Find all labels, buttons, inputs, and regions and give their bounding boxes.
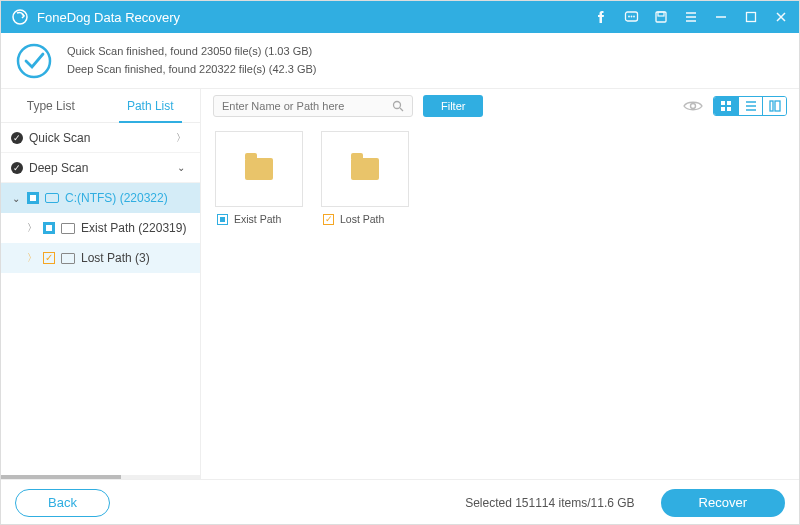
folder-icon bbox=[351, 158, 379, 180]
maximize-icon[interactable] bbox=[743, 9, 759, 25]
tree-label: Lost Path (3) bbox=[81, 251, 150, 265]
tree-exist-path[interactable]: 〉 Exist Path (220319) bbox=[1, 213, 200, 243]
svg-rect-14 bbox=[727, 107, 731, 111]
tree-label: Quick Scan bbox=[29, 131, 90, 145]
search-icon bbox=[392, 100, 404, 112]
app-title: FoneDog Data Recovery bbox=[37, 10, 593, 25]
item-grid: Exist Path Lost Path bbox=[201, 123, 799, 479]
close-icon[interactable] bbox=[773, 9, 789, 25]
view-list-icon[interactable] bbox=[738, 97, 762, 115]
view-detail-icon[interactable] bbox=[762, 97, 786, 115]
filter-button[interactable]: Filter bbox=[423, 95, 483, 117]
svg-rect-11 bbox=[721, 101, 725, 105]
svg-rect-13 bbox=[721, 107, 725, 111]
folder-icon bbox=[245, 158, 273, 180]
chevron-down-icon: ⌄ bbox=[11, 193, 21, 204]
svg-point-10 bbox=[691, 104, 696, 109]
checkbox-icon[interactable] bbox=[43, 252, 55, 264]
minimize-icon[interactable] bbox=[713, 9, 729, 25]
titlebar: FoneDog Data Recovery bbox=[1, 1, 799, 33]
chevron-down-icon: ⌄ bbox=[176, 162, 186, 173]
disk-icon bbox=[45, 193, 59, 203]
tree-lost-path[interactable]: 〉 Lost Path (3) bbox=[1, 243, 200, 273]
view-mode-segment bbox=[713, 96, 787, 116]
chevron-right-icon: 〉 bbox=[176, 131, 186, 145]
tree-deep-scan[interactable]: ✓Deep Scan ⌄ bbox=[1, 153, 200, 183]
selection-summary: Selected 151114 items/11.6 GB bbox=[465, 496, 634, 510]
recover-button[interactable]: Recover bbox=[661, 489, 785, 517]
path-tree: ✓Quick Scan 〉 ✓Deep Scan ⌄ ⌄ C:(NTFS) (2… bbox=[1, 123, 200, 475]
item-label: Lost Path bbox=[340, 213, 384, 225]
status-quick-scan: Quick Scan finished, found 23050 file(s)… bbox=[67, 43, 316, 61]
toolbar: Filter bbox=[201, 89, 799, 123]
svg-rect-16 bbox=[775, 101, 780, 111]
svg-point-4 bbox=[633, 15, 635, 17]
preview-eye-icon[interactable] bbox=[683, 99, 703, 113]
svg-rect-12 bbox=[727, 101, 731, 105]
folder-item-lost[interactable]: Lost Path bbox=[321, 131, 409, 225]
item-label: Exist Path bbox=[234, 213, 281, 225]
tree-label: Deep Scan bbox=[29, 161, 88, 175]
search-field[interactable] bbox=[222, 100, 392, 112]
tab-path-list[interactable]: Path List bbox=[101, 89, 201, 122]
tree-drive[interactable]: ⌄ C:(NTFS) (220322) bbox=[1, 183, 200, 213]
back-button[interactable]: Back bbox=[15, 489, 110, 517]
chevron-right-icon: 〉 bbox=[27, 251, 37, 265]
folder-icon bbox=[61, 253, 75, 264]
svg-point-8 bbox=[18, 45, 50, 77]
item-checkbox[interactable] bbox=[217, 214, 228, 225]
folder-thumb bbox=[321, 131, 409, 207]
check-dot-icon: ✓ bbox=[11, 132, 23, 144]
tree-quick-scan[interactable]: ✓Quick Scan 〉 bbox=[1, 123, 200, 153]
checkbox-icon[interactable] bbox=[43, 222, 55, 234]
folder-icon bbox=[61, 223, 75, 234]
item-checkbox[interactable] bbox=[323, 214, 334, 225]
view-grid-icon[interactable] bbox=[714, 97, 738, 115]
tree-label: C:(NTFS) (220322) bbox=[65, 191, 168, 205]
svg-rect-7 bbox=[747, 13, 756, 22]
check-dot-icon: ✓ bbox=[11, 162, 23, 174]
status-deep-scan: Deep Scan finished, found 220322 file(s)… bbox=[67, 61, 316, 79]
scan-status: Quick Scan finished, found 23050 file(s)… bbox=[1, 33, 799, 89]
menu-icon[interactable] bbox=[683, 9, 699, 25]
save-icon[interactable] bbox=[653, 9, 669, 25]
sidebar: Type List Path List ✓Quick Scan 〉 ✓Deep … bbox=[1, 89, 201, 479]
app-logo-icon bbox=[11, 8, 29, 26]
facebook-icon[interactable] bbox=[593, 9, 609, 25]
footer: Back Selected 151114 items/11.6 GB Recov… bbox=[1, 479, 799, 525]
folder-item-exist[interactable]: Exist Path bbox=[215, 131, 303, 225]
search-input[interactable] bbox=[213, 95, 413, 117]
svg-point-3 bbox=[630, 15, 632, 17]
checkmark-circle-icon bbox=[15, 42, 53, 80]
main-panel: Filter Exist Path Lost Path bbox=[201, 89, 799, 479]
feedback-icon[interactable] bbox=[623, 9, 639, 25]
sidebar-scrollbar[interactable] bbox=[1, 475, 200, 479]
svg-point-9 bbox=[394, 102, 401, 109]
folder-thumb bbox=[215, 131, 303, 207]
svg-rect-15 bbox=[770, 101, 773, 111]
tab-type-list[interactable]: Type List bbox=[1, 89, 101, 122]
checkbox-icon[interactable] bbox=[27, 192, 39, 204]
chevron-right-icon: 〉 bbox=[27, 221, 37, 235]
tree-label: Exist Path (220319) bbox=[81, 221, 186, 235]
svg-point-2 bbox=[628, 15, 630, 17]
